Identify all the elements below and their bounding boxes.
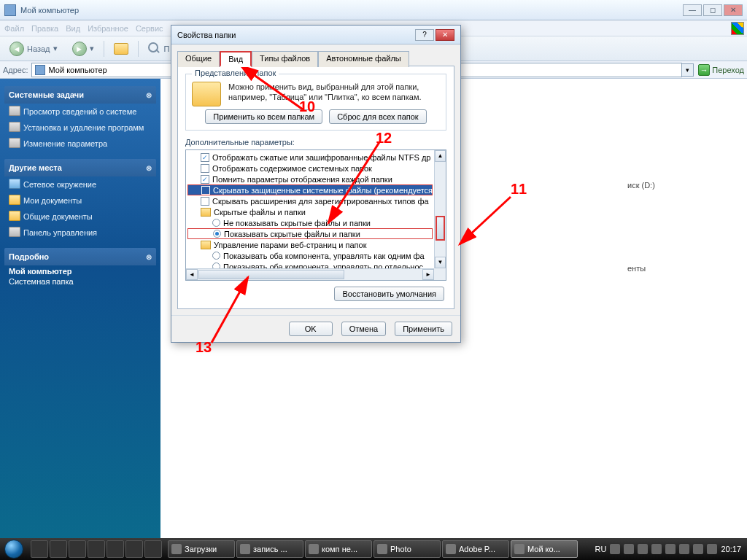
scroll-up-button[interactable]: ▲: [435, 150, 446, 162]
sidebar-details-header[interactable]: Подробно⊗: [4, 248, 156, 265]
sidebar-item-network[interactable]: Сетевое окружение: [4, 176, 156, 192]
tab-offline[interactable]: Автономные файлы: [318, 51, 409, 67]
forward-button[interactable]: ► ▾: [67, 39, 99, 59]
ql-desktop[interactable]: [31, 540, 48, 558]
task-icon: [240, 544, 250, 554]
tree-checkbox[interactable]: ✓Помнить параметры отображения каждой па…: [187, 174, 433, 184]
documents-label[interactable]: енты: [627, 264, 646, 273]
tree-checkbox[interactable]: Скрывать защищенные системные файлы (рек…: [187, 184, 433, 195]
scroll-thumb[interactable]: [436, 216, 445, 241]
tray-icon[interactable]: [651, 544, 662, 554]
menu-file[interactable]: Файл: [4, 24, 24, 33]
taskbar-task[interactable]: Adobe P...: [442, 540, 509, 558]
windows-flag-icon: [731, 22, 744, 35]
sidebar-item-changeparam[interactable]: Изменение параметра: [4, 136, 156, 152]
sidebar-otherplaces-header[interactable]: Другие места⊗: [4, 159, 156, 176]
checkbox-icon[interactable]: ✓: [201, 175, 209, 184]
dialog-close-button[interactable]: ✕: [436, 29, 454, 41]
menu-service[interactable]: Сервис: [136, 24, 163, 33]
address-dropdown[interactable]: ▾: [682, 63, 694, 77]
checkbox-icon[interactable]: ✓: [201, 153, 209, 162]
taskbar-task[interactable]: Мой ко...: [511, 540, 578, 558]
tree-item-label: Помнить параметры отображения каждой пап…: [212, 175, 392, 184]
tab-filetypes[interactable]: Типы файлов: [252, 51, 318, 67]
scroll-down-button[interactable]: ▼: [435, 257, 446, 268]
task-icon: [446, 544, 456, 554]
hscroll-thumb[interactable]: [198, 270, 344, 279]
sidebar-system-tasks-header[interactable]: Системные задачи⊗: [4, 86, 156, 104]
disk-d-label[interactable]: иск (D:): [627, 181, 655, 190]
sidebar-item-controlpanel[interactable]: Панель управления: [4, 225, 156, 241]
checkbox-icon[interactable]: [201, 186, 210, 195]
search-letter: П: [164, 44, 170, 53]
dialog-help-button[interactable]: ?: [415, 29, 434, 41]
cancel-button[interactable]: Отмена: [341, 322, 386, 336]
tray-icon[interactable]: [693, 544, 703, 554]
tab-view[interactable]: Вид: [220, 51, 252, 67]
taskbar-task[interactable]: Загрузки: [168, 540, 235, 558]
taskbar-task[interactable]: комп не...: [305, 540, 372, 558]
menu-edit[interactable]: Правка: [31, 24, 58, 33]
tray-icon[interactable]: [610, 544, 620, 554]
tray-icon[interactable]: [665, 544, 676, 554]
sidebar-item-sysinfo[interactable]: Просмотр сведений о системе: [4, 104, 156, 120]
radio-icon[interactable]: [212, 262, 220, 268]
checkbox-icon[interactable]: [201, 164, 209, 173]
radio-icon[interactable]: [213, 230, 221, 238]
tab-general[interactable]: Общие: [177, 51, 220, 67]
taskbar-task[interactable]: Photo: [374, 540, 441, 558]
tree-checkbox[interactable]: Скрывать расширения для зарегистрированн…: [187, 195, 433, 206]
minimize-button[interactable]: —: [683, 4, 702, 16]
scroll-left-button[interactable]: ◄: [186, 269, 198, 280]
tree-radio[interactable]: Показывать оба компонента, управлять как…: [187, 250, 433, 261]
tree-hscrollbar[interactable]: ◄ ►: [186, 268, 434, 280]
start-button[interactable]: [0, 538, 28, 560]
ql-app2[interactable]: [88, 540, 105, 558]
lang-indicator[interactable]: RU: [595, 545, 607, 553]
tray-icon[interactable]: [638, 544, 648, 554]
apply-all-button[interactable]: Применить ко всем папкам: [205, 109, 322, 124]
maximize-button[interactable]: ◻: [703, 4, 722, 16]
back-arrow-icon: ◄: [9, 42, 24, 56]
ql-app3[interactable]: [107, 540, 124, 558]
task-label: Загрузки: [185, 545, 217, 553]
close-button[interactable]: ✕: [724, 4, 743, 16]
ql-app5[interactable]: [144, 540, 162, 558]
radio-icon[interactable]: [212, 219, 220, 227]
taskbar-clock[interactable]: 20:17: [721, 545, 741, 553]
tree-vscrollbar[interactable]: ▲ ▼: [434, 150, 446, 268]
go-button[interactable]: → Переход: [698, 64, 744, 76]
ql-app4[interactable]: [125, 540, 143, 558]
up-button[interactable]: [109, 40, 133, 58]
search-icon: [148, 42, 161, 55]
tree-radio[interactable]: Не показывать скрытые файлы и папки: [187, 217, 433, 228]
sidebar-item-shareddocs[interactable]: Общие документы: [4, 209, 156, 225]
tree-folder[interactable]: Скрытые файлы и папки: [187, 206, 433, 217]
taskbar-task[interactable]: запись ...: [236, 540, 303, 558]
tray-icon[interactable]: [679, 544, 689, 554]
menu-view[interactable]: Вид: [66, 24, 80, 33]
tree-checkbox[interactable]: Отображать содержимое системных папок: [187, 163, 433, 174]
back-button[interactable]: ◄ Назад ▾: [4, 39, 63, 59]
tray-icon[interactable]: [624, 544, 634, 554]
apply-button[interactable]: Применить: [395, 322, 452, 336]
ok-button[interactable]: OK: [289, 322, 333, 336]
sidebar-item-mydocs[interactable]: Мои документы: [4, 192, 156, 209]
tree-folder[interactable]: Управление парами веб-страниц и папок: [187, 239, 433, 250]
tray-icon[interactable]: [707, 544, 717, 554]
reset-all-button[interactable]: Сброс для всех папок: [329, 109, 427, 124]
radio-icon[interactable]: [212, 252, 220, 260]
checkbox-icon[interactable]: [201, 197, 209, 206]
scroll-right-button[interactable]: ►: [422, 269, 434, 280]
search-button[interactable]: П: [143, 39, 175, 58]
go-label: Переход: [712, 66, 744, 74]
sidebar-item-addremove[interactable]: Установка и удаление программ: [4, 120, 156, 136]
menu-favorites[interactable]: Избранное: [88, 24, 128, 33]
tree-checkbox[interactable]: ✓Отображать сжатые или зашифрованные фай…: [187, 152, 433, 163]
tree-radio[interactable]: Показывать скрытые файлы и папки: [187, 228, 433, 239]
ql-app1[interactable]: [69, 540, 86, 558]
tree-radio[interactable]: Показывать оба компонента, управлять по …: [187, 261, 433, 268]
tree-item-label: Отображать сжатые или зашифрованные файл…: [212, 153, 430, 162]
restore-defaults-button[interactable]: Восстановить умолчания: [334, 287, 444, 301]
ql-tc[interactable]: [50, 540, 67, 558]
